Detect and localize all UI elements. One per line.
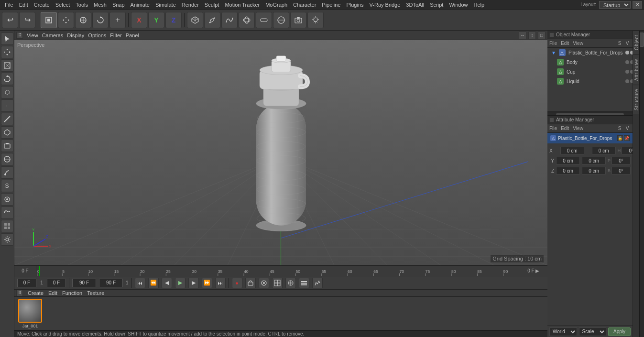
menu-script[interactable]: Script xyxy=(427,0,446,9)
sidebar-measure-btn[interactable] xyxy=(1,207,13,219)
material-slot[interactable]: Jar_001 xyxy=(18,299,42,328)
viewport-menu-filter[interactable]: Filter xyxy=(110,33,121,38)
cinema-btn[interactable] xyxy=(285,278,296,288)
render-btn[interactable] xyxy=(272,278,283,288)
end-frame-input-2[interactable] xyxy=(99,279,123,287)
menu-select[interactable]: Select xyxy=(53,0,73,9)
menu-motion-tracker[interactable]: Motion Tracker xyxy=(222,0,262,9)
menu-3dtoall[interactable]: 3DToAll xyxy=(403,0,427,9)
menu-tools[interactable]: Tools xyxy=(73,0,91,9)
obj-row-cup[interactable]: △ Cup xyxy=(547,67,633,76)
deformer-button[interactable] xyxy=(256,12,272,28)
sidebar-snap-btn[interactable] xyxy=(1,193,13,206)
menu-mograph[interactable]: MoGraph xyxy=(262,0,290,9)
current-frame-input-left[interactable] xyxy=(17,279,36,287)
current-frame-input-right[interactable] xyxy=(47,279,66,287)
viewport-canvas[interactable]: Perspective xyxy=(14,40,547,265)
coord-y-pos-input[interactable] xyxy=(556,157,580,164)
vis-dot-c1[interactable] xyxy=(625,70,629,74)
menu-window[interactable]: Window xyxy=(446,0,470,9)
attr-manager-drag[interactable] xyxy=(549,118,554,122)
viewport-menu-view[interactable]: View xyxy=(27,33,38,38)
playback-settings-btn[interactable] xyxy=(299,278,309,288)
menu-edit[interactable]: Edit xyxy=(16,0,31,9)
sidebar-points-btn[interactable]: · xyxy=(1,99,13,112)
attr-menu-edit[interactable]: Edit xyxy=(561,126,569,131)
layout-selector[interactable]: Startup xyxy=(599,1,631,9)
viewport-ctrl-1[interactable]: ↔ xyxy=(519,32,526,39)
redo-button[interactable]: ↪ xyxy=(19,12,35,28)
viewport-maximize[interactable]: □ xyxy=(538,32,546,39)
prev-button[interactable]: ⏪ xyxy=(148,278,159,288)
scale-mode-select[interactable]: Scale xyxy=(579,327,607,336)
menu-render[interactable]: Render xyxy=(179,0,202,9)
attr-menu-view[interactable]: View xyxy=(573,126,583,131)
timeline-ruler[interactable]: 0 5 10 15 20 25 30 35 40 xyxy=(36,266,519,276)
world-mode-select[interactable]: World xyxy=(549,327,577,336)
scrollbar-thumb[interactable] xyxy=(640,33,644,47)
menu-simulate[interactable]: Simulate xyxy=(153,0,179,9)
attr-lock-btn[interactable]: 🔒 xyxy=(617,135,623,141)
light-button[interactable] xyxy=(307,12,324,28)
bottom-menu-create[interactable]: Create xyxy=(28,290,44,296)
viewport-menu-display[interactable]: Display xyxy=(67,33,84,38)
rotate-button[interactable] xyxy=(92,12,109,28)
attr-object-row[interactable]: △ Plastic_Bottle_For_Drops 🔒 📌 xyxy=(547,133,633,143)
coord-x-rot-input[interactable] xyxy=(592,147,616,154)
viewport-menu-options[interactable]: Options xyxy=(88,33,106,38)
close-btn[interactable]: ✕ xyxy=(633,1,642,9)
menu-file[interactable]: File xyxy=(2,0,16,9)
model-mode-button[interactable] xyxy=(41,12,57,28)
panel-scrollbar-thumb[interactable] xyxy=(556,113,624,115)
sidebar-edges-btn[interactable] xyxy=(1,113,13,125)
main-scrollbar-right[interactable] xyxy=(639,31,644,337)
menu-character[interactable]: Character xyxy=(290,0,319,9)
coord-p-input[interactable] xyxy=(611,157,631,164)
obj-menu-edit[interactable]: Edit xyxy=(561,41,569,46)
obj-row-liquid[interactable]: △ Liquid xyxy=(547,76,633,86)
obj-row-body[interactable]: △ Body xyxy=(547,57,633,67)
menu-vray-bridge[interactable]: V-Ray Bridge xyxy=(367,0,404,9)
menu-sculpt[interactable]: Sculpt xyxy=(202,0,222,9)
cube-button[interactable] xyxy=(187,12,203,28)
camera-button[interactable] xyxy=(290,12,306,28)
obj-menu-view[interactable]: View xyxy=(573,41,583,46)
menu-animate[interactable]: Animate xyxy=(128,0,153,9)
sidebar-polys-btn[interactable] xyxy=(1,126,13,139)
create-button[interactable]: ＋ xyxy=(109,12,126,28)
vis-dot-1[interactable] xyxy=(625,51,629,54)
timeline-settings-btn[interactable] xyxy=(312,278,323,288)
sidebar-rotate-btn[interactable] xyxy=(1,73,13,85)
menu-plugins[interactable]: Plugins xyxy=(343,0,366,9)
coord-b-input[interactable] xyxy=(611,167,631,174)
record-button[interactable]: ● xyxy=(232,278,242,288)
tab-attributes[interactable]: Attributes xyxy=(633,54,639,85)
prev-frame-button[interactable]: ◀ xyxy=(162,278,172,288)
tab-object[interactable]: Object xyxy=(633,31,639,54)
bottom-drag-handle[interactable]: ⠿ xyxy=(16,290,23,296)
sidebar-grid-btn[interactable] xyxy=(1,220,13,232)
bottom-menu-edit[interactable]: Edit xyxy=(48,290,57,296)
menu-pipeline[interactable]: Pipeline xyxy=(319,0,343,9)
sidebar-move-btn[interactable] xyxy=(1,46,13,58)
tab-structure[interactable]: Structure xyxy=(633,85,639,114)
nurbs-button[interactable] xyxy=(239,12,255,28)
sidebar-paint-btn[interactable] xyxy=(1,166,13,179)
sidebar-scale-btn[interactable] xyxy=(1,59,13,72)
obj-menu-file[interactable]: File xyxy=(549,41,557,46)
bottom-menu-function[interactable]: Function xyxy=(62,290,82,296)
coord-x-pos-input[interactable] xyxy=(560,147,584,154)
vis-dot-l1[interactable] xyxy=(625,79,629,83)
coord-z-rot-input[interactable] xyxy=(582,167,606,174)
spline-button[interactable] xyxy=(221,12,238,28)
bottom-menu-texture[interactable]: Texture xyxy=(87,290,104,296)
begin-button[interactable]: ⏮ xyxy=(135,278,145,288)
undo-button[interactable]: ↩ xyxy=(2,12,18,28)
menu-create[interactable]: Create xyxy=(31,0,53,9)
obj-manager-drag[interactable] xyxy=(549,33,554,37)
vis-dot-b1[interactable] xyxy=(625,60,629,64)
y-axis-button[interactable]: Y xyxy=(148,12,164,28)
apply-button[interactable]: Apply xyxy=(608,327,631,336)
coord-z-pos-input[interactable] xyxy=(556,167,580,174)
move-button[interactable] xyxy=(58,12,74,28)
